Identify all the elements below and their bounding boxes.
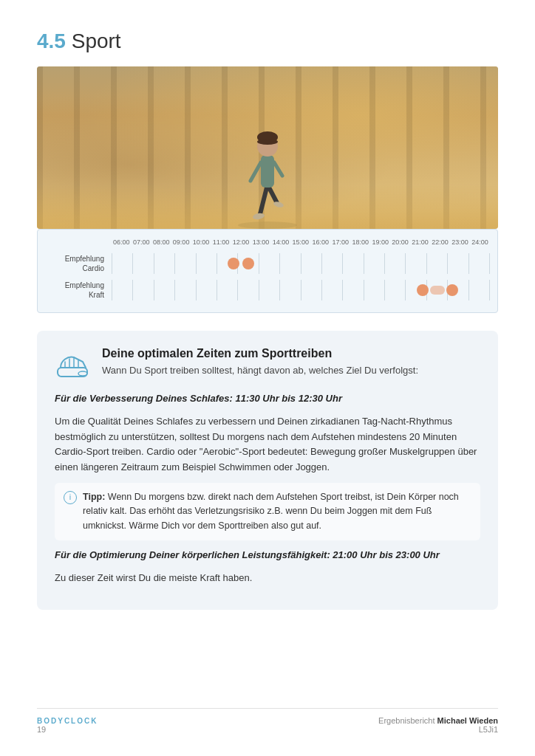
kraft-event: [417, 284, 459, 296]
section2-body: Zu dieser Zeit wirst Du die meiste Kraft…: [55, 571, 480, 586]
time-14: 14:00: [271, 238, 291, 246]
info-box-title: Deine optimalen Zeiten zum Sporttreiben: [102, 347, 418, 360]
svg-rect-5: [261, 155, 274, 188]
time-13: 13:00: [251, 238, 271, 246]
time-22: 22:00: [430, 238, 450, 246]
cardio-row: Empfehlung Cardio: [45, 250, 490, 277]
hero-image: [37, 66, 498, 229]
time-header: 06:00 07:00 08:00 09:00 10:00 11:00 12:0…: [45, 238, 490, 246]
svg-point-3: [252, 213, 265, 221]
kraft-track: [112, 280, 490, 300]
page-footer: BODYCLOCK 19 Ergebnisbericht Michael Wie…: [37, 708, 498, 734]
footer-left: BODYCLOCK 19: [37, 717, 98, 734]
time-19: 19:00: [370, 238, 390, 246]
footer-right: Ergebnisbericht Michael Wieden L5Ji1: [378, 716, 498, 734]
info-content: Für die Verbesserung Deines Schlafes: 11…: [55, 391, 480, 586]
time-20: 20:00: [390, 238, 410, 246]
time-21: 21:00: [410, 238, 430, 246]
svg-point-12: [78, 371, 87, 376]
svg-line-1: [260, 185, 268, 214]
time-18: 18:00: [350, 238, 370, 246]
info-box-subtitle: Wann Du Sport treiben solltest, hängt da…: [102, 363, 418, 378]
shoe-icon: [55, 347, 90, 382]
section-title-text: Sport: [72, 30, 121, 52]
section2-heading: Für die Optimierung Deiner körperlichen …: [55, 548, 480, 563]
info-box-header: Deine optimalen Zeiten zum Sporttreiben …: [55, 347, 480, 382]
tip-text: Tipp: Wenn Du morgens bzw. direkt nach d…: [83, 490, 471, 533]
cardio-track: [112, 253, 490, 274]
kraft-dot-end: [446, 284, 458, 296]
footer-code: L5Ji1: [378, 725, 498, 734]
footer-brand: BODYCLOCK: [37, 717, 98, 725]
svg-point-0: [238, 221, 297, 229]
section1-body: Um die Qualität Deines Schlafes zu verbe…: [55, 414, 480, 475]
info-box-text-header: Deine optimalen Zeiten zum Sporttreiben …: [102, 347, 418, 378]
cardio-label: Empfehlung Cardio: [45, 254, 112, 273]
time-06: 06:00: [112, 238, 132, 246]
time-23: 23:00: [450, 238, 470, 246]
info-icon: i: [64, 491, 77, 504]
footer-page: 19: [37, 725, 98, 734]
kraft-label: Empfehlung Kraft: [45, 281, 112, 300]
kraft-row: Empfehlung Kraft: [45, 277, 490, 303]
time-12: 12:00: [231, 238, 251, 246]
cardio-dot-start: [228, 258, 239, 269]
time-10: 10:00: [191, 238, 211, 246]
cardio-dot-end: [242, 258, 254, 269]
tip-box: i Tipp: Wenn Du morgens bzw. direkt nach…: [55, 483, 480, 540]
info-box: Deine optimalen Zeiten zum Sporttreiben …: [37, 331, 498, 610]
footer-report: Ergebnisbericht Michael Wieden: [378, 716, 498, 725]
time-11: 11:00: [211, 238, 231, 246]
page: 4.5 Sport: [0, 0, 535, 756]
svg-point-10: [257, 139, 278, 145]
runner-svg: [234, 89, 301, 229]
section1-heading: Für die Verbesserung Deines Schlafes: 11…: [55, 391, 480, 407]
time-09: 09:00: [171, 238, 191, 246]
svg-line-7: [274, 162, 282, 176]
section-number: 4.5: [37, 30, 66, 52]
time-17: 17:00: [330, 238, 350, 246]
svg-line-6: [251, 162, 261, 181]
timeline-grid: 06:00 07:00 08:00 09:00 10:00 11:00 12:0…: [45, 238, 490, 303]
cardio-event: [228, 258, 248, 269]
time-labels: 06:00 07:00 08:00 09:00 10:00 11:00 12:0…: [112, 238, 490, 246]
svg-rect-11: [58, 368, 87, 377]
track-grid-lines: [112, 253, 490, 274]
section-title: 4.5 Sport: [37, 30, 498, 53]
time-16: 16:00: [311, 238, 331, 246]
time-08: 08:00: [151, 238, 171, 246]
time-07: 07:00: [132, 238, 151, 246]
kraft-bar: [430, 286, 446, 295]
time-24: 24:00: [470, 238, 490, 246]
kraft-dot-start: [417, 284, 429, 296]
time-15: 15:00: [291, 238, 311, 246]
timeline-section: 06:00 07:00 08:00 09:00 10:00 11:00 12:0…: [37, 229, 498, 313]
